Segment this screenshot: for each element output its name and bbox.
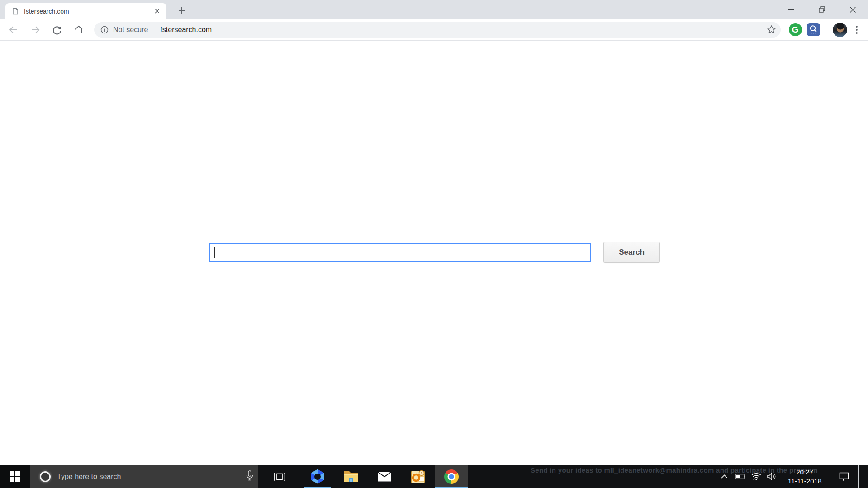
volume-icon[interactable] xyxy=(764,465,779,488)
restore-button[interactable] xyxy=(806,0,837,19)
profile-avatar[interactable] xyxy=(833,23,847,37)
home-button[interactable] xyxy=(68,21,90,39)
page-content: Search xyxy=(0,41,868,465)
mail-icon xyxy=(378,472,391,482)
text-caret xyxy=(214,247,215,258)
address-bar[interactable]: Not secure fstersearch.com xyxy=(94,22,781,38)
blue-hub-app-icon xyxy=(310,469,325,484)
minimize-button[interactable] xyxy=(776,0,806,19)
window-controls xyxy=(776,0,868,19)
wifi-icon[interactable] xyxy=(748,465,764,488)
file-explorer-icon xyxy=(344,470,358,483)
tray-chevron-icon[interactable] xyxy=(716,465,732,488)
desktop-screen: fstersearch.com xyxy=(0,0,868,488)
search-manager-extension-icon[interactable] xyxy=(806,22,821,38)
grammarly-extension-icon[interactable]: G xyxy=(787,22,803,38)
toolbar-divider xyxy=(826,25,826,35)
system-tray: 20:27 11-11-2018 xyxy=(716,465,868,488)
windows-logo-icon xyxy=(10,471,20,482)
taskbar-app-hub[interactable] xyxy=(301,465,334,488)
microphone-icon[interactable] xyxy=(246,470,254,482)
browser-titlebar: fstersearch.com xyxy=(0,0,868,19)
extensions-area: G xyxy=(786,22,863,38)
taskbar-app-chrome[interactable] xyxy=(435,465,468,488)
search-button[interactable]: Search xyxy=(603,242,660,263)
cortana-icon xyxy=(40,471,51,482)
new-tab-button[interactable] xyxy=(175,4,189,17)
taskbar-clock[interactable]: 20:27 11-11-2018 xyxy=(779,468,830,485)
forward-button[interactable] xyxy=(24,21,46,39)
security-label: Not secure xyxy=(113,26,148,34)
info-icon[interactable] xyxy=(100,26,109,34)
windows-taskbar: Type here to search xyxy=(0,465,868,488)
browser-toolbar: Not secure fstersearch.com G xyxy=(0,19,868,41)
browser-menu-icon[interactable] xyxy=(850,22,863,38)
bookmark-star-icon[interactable] xyxy=(767,25,776,34)
outlook-icon xyxy=(411,470,425,483)
search-input[interactable] xyxy=(209,243,591,262)
taskbar-search-box[interactable]: Type here to search xyxy=(30,465,258,488)
search-form: Search xyxy=(209,242,660,263)
chrome-icon xyxy=(444,469,459,484)
page-favicon-icon xyxy=(12,8,19,15)
task-view-button[interactable] xyxy=(258,465,301,488)
close-button[interactable] xyxy=(837,0,868,19)
taskbar-search-placeholder: Type here to search xyxy=(57,473,121,481)
taskbar-app-file-explorer[interactable] xyxy=(334,465,368,488)
clock-date: 11-11-2018 xyxy=(779,477,830,485)
start-button[interactable] xyxy=(0,465,30,488)
url-text[interactable]: fstersearch.com xyxy=(160,26,212,34)
battery-icon[interactable] xyxy=(732,465,748,488)
tab-title: fstersearch.com xyxy=(24,8,152,15)
omnibox-divider xyxy=(154,26,154,34)
taskbar-app-mail[interactable] xyxy=(368,465,401,488)
reload-button[interactable] xyxy=(46,21,68,39)
show-desktop-button[interactable] xyxy=(858,465,868,488)
clock-time: 20:27 xyxy=(779,468,830,476)
browser-tab[interactable]: fstersearch.com xyxy=(5,3,166,19)
tab-close-icon[interactable] xyxy=(152,6,162,16)
back-button[interactable] xyxy=(3,21,24,39)
action-center-icon[interactable] xyxy=(830,465,858,488)
taskbar-app-outlook[interactable] xyxy=(401,465,435,488)
